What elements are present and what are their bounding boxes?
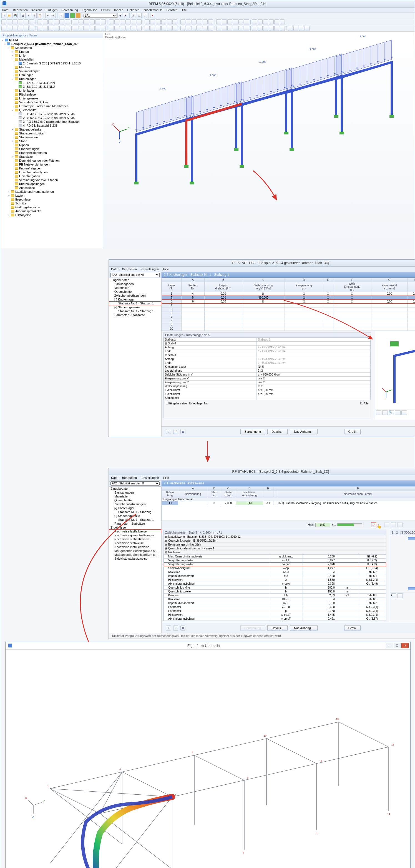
tree-item[interactable]: 1: IS 300/150/12/12/4; Baustahl S 235	[0, 112, 103, 116]
toolbar-icon-tool-row-2-29[interactable]	[172, 20, 178, 25]
tool-copy-icon[interactable]: ⎘	[32, 13, 37, 18]
dlg-tree-item[interactable]: Stabsatz Nr. 1 - Stabzug 1	[109, 518, 161, 522]
toolbar-icon-tool-row-3-4[interactable]	[24, 26, 29, 31]
dlg2-menu[interactable]: DateiBearbeitenEinstellungenHilfe	[109, 475, 415, 480]
dlg2-doc-icon[interactable]: 📄	[173, 625, 178, 630]
tool-undo-icon[interactable]: ↶	[45, 13, 50, 18]
toolbar-icon-tool-row-3-9[interactable]	[54, 26, 59, 31]
toolbar-icon-tool-row-3-1[interactable]	[7, 26, 12, 31]
toolbar-icon-tool-row-2-45[interactable]	[269, 20, 274, 25]
menu-ansicht[interactable]: Ansicht	[32, 8, 42, 12]
tree-item[interactable]: +Stäbe	[0, 139, 103, 143]
toolbar-icon-tool-row-3-20[interactable]	[120, 26, 125, 31]
dlg2-eigenform-button[interactable]: 📈	[371, 522, 376, 527]
toolbar-icon-tool-row-2-32[interactable]	[192, 20, 196, 25]
tool-help-icon[interactable]: ?	[142, 13, 147, 18]
toolbar-icon-tool-row-2-22[interactable]	[131, 20, 136, 25]
tool-calc-icon[interactable]: ∑	[59, 13, 64, 18]
tool-opt2-icon[interactable]: ⬚	[136, 13, 141, 18]
tree-item[interactable]: Verbindung von zwei Stäben	[0, 178, 103, 182]
zwi-row[interactable]: Parameterβ0,7506.3.2.3(1)	[164, 609, 386, 613]
zwi-row[interactable]: Schlankheitsgradλ̄-op1,277Gl. (6.64)	[164, 566, 386, 570]
toolbar-icon-tool-row-2-18[interactable]	[109, 20, 114, 25]
toolbar-icon-tool-row-2-16[interactable]	[95, 20, 100, 25]
toolbar-icon-tool-row-2-39[interactable]	[233, 20, 238, 25]
tree-item[interactable]: Ergebnisse	[0, 197, 103, 202]
dlg2-tool-b-icon[interactable]	[384, 522, 389, 527]
toolbar-icon-tool-row-3-24[interactable]	[145, 26, 150, 31]
tree-item[interactable]: Flächen	[0, 65, 103, 69]
menu-zusatzmodule[interactable]: Zusatzmodule	[143, 8, 163, 12]
toolbar-icon-tool-row-2-0[interactable]	[1, 20, 6, 25]
toolbar-icon-tool-row-3-32[interactable]	[192, 26, 196, 31]
zwi-row[interactable]: HilfsbeiwertΦ1,5806.3.1.2(1)	[164, 578, 386, 582]
tree-item[interactable]: -Knotenlager	[0, 77, 103, 81]
zwi-row[interactable]: HilfsbeiwertΦ-op,LT1,4456.3.2.3(1)	[164, 613, 386, 617]
zwi-group[interactable]: ⊞ Querschnittsklassifizierung - Klasse 1	[163, 547, 386, 551]
tree-item[interactable]: Stabteilungen	[0, 135, 103, 139]
toolbar-icon-tool-row-2-41[interactable]	[244, 20, 249, 25]
toolbar-icon-tool-row-3-23[interactable]	[136, 26, 141, 31]
support-row-empty[interactable]: 4	[162, 304, 415, 308]
dlg-tree-item[interactable]: Materialien	[109, 286, 161, 290]
dlg2-intermediate-table[interactable]: Max. Querschnittsnachweisη-ult,k,max0,25…	[163, 554, 386, 621]
toolbar-icon-tool-row-2-38[interactable]	[227, 20, 232, 25]
dlg-tree-item[interactable]: Nachweise stabweise	[109, 541, 161, 545]
toolbar-icon-tool-row-3-39[interactable]	[233, 26, 238, 31]
toolbar-icon-tool-row-2-43[interactable]	[258, 20, 263, 25]
preview-tool-2-icon[interactable]	[382, 410, 388, 415]
dlg1-preview-3d[interactable]: z' 🔍	[375, 331, 415, 420]
toolbar-icon-tool-row-2-15[interactable]	[90, 20, 95, 25]
loadcase-combo[interactable]: LF1	[84, 13, 117, 18]
tree-item[interactable]: Volumenkörper	[0, 69, 103, 73]
toolbar-icon-tool-row-2-46[interactable]	[274, 20, 279, 25]
menu-fenster[interactable]: Fenster	[166, 8, 177, 12]
dlg2-help-icon[interactable]: ?	[166, 625, 171, 630]
toolbar-icon-tool-row-2-2[interactable]	[12, 20, 18, 25]
zwi-row[interactable]: Vergrößerungsfaktorα-ult,k3,8776.3.4(2)	[164, 559, 386, 562]
preview-tool-3-icon[interactable]	[395, 410, 401, 415]
toolbar-icon-tool-row-3-49[interactable]	[293, 26, 298, 31]
support-row-empty[interactable]: 10	[162, 327, 415, 331]
toolbar-icon-tool-row-2-44[interactable]	[263, 20, 268, 25]
dlg1-preview-toolbar[interactable]: 🔍	[375, 409, 415, 416]
tree-item[interactable]: Stabnichtlinearitäten	[0, 151, 103, 155]
toolbar-icon-tool-row-3-27[interactable]	[161, 26, 166, 31]
tree-item[interactable]: Öffnungen	[0, 73, 103, 77]
support-row[interactable]: 250,00850,000☑☐☐	[162, 296, 415, 300]
support-row-empty[interactable]: 5	[162, 308, 415, 311]
preview-tool-zoom-icon[interactable]: 🔍	[389, 410, 394, 415]
tree-item[interactable]: Durchdringungen der Flächen	[0, 159, 103, 162]
tree-item[interactable]: Stabbettungen	[0, 147, 103, 151]
support-row-empty[interactable]: 8	[162, 319, 415, 323]
toolbar-icon-tool-row-3-30[interactable]	[181, 26, 185, 31]
tree-item[interactable]: Anschlüsse	[0, 186, 103, 190]
toolbar-icon-tool-row-2-4[interactable]	[24, 20, 29, 25]
tool-prev-icon[interactable]: ◀	[118, 13, 122, 18]
dlg-tree-item[interactable]: Nachweise x-stellenweise	[109, 545, 161, 549]
tree-item[interactable]: 4: RD 24; Baustahl S 235	[0, 124, 103, 127]
tree-item[interactable]: Schnitte	[0, 202, 103, 205]
toolbar-icon-tool-row-2-7[interactable]	[43, 20, 48, 25]
toolbar-icon-tool-row-3-42[interactable]	[252, 26, 257, 31]
menu-optionen[interactable]: Optionen	[127, 8, 140, 12]
dlg2-tool-d-icon[interactable]	[397, 522, 403, 527]
tool-red-icon[interactable]: ●	[150, 13, 155, 18]
tree-item[interactable]: 3: 3,6,9,12,15; JJJ NNJ	[0, 85, 103, 89]
dlg-tree-item[interactable]: Parameter - Stabsätze	[109, 522, 161, 526]
toolbar-icon-tool-row-3-0[interactable]	[1, 26, 6, 31]
tree-root[interactable]: -RFEM	[0, 38, 103, 42]
tree-item[interactable]: -Querschnitte	[0, 108, 103, 112]
toolbar-icon-tool-row-3-21[interactable]	[125, 26, 130, 31]
toolbar-icon-tool-row-3-46[interactable]	[274, 26, 279, 31]
toolbar-icon-tool-row-3-45[interactable]	[269, 26, 274, 31]
dlg2-excel-icon[interactable]: ▦	[181, 625, 185, 630]
menu-datei[interactable]: Datei	[2, 8, 9, 12]
toolbar-icon-tool-row-2-20[interactable]	[120, 20, 125, 25]
tree-item[interactable]: Orthotrope Flächen und Membranen	[0, 104, 103, 108]
toolbar-icon-tool-row-2-10[interactable]	[59, 20, 64, 25]
dlg1-excel-icon[interactable]: ▦	[181, 429, 185, 434]
tool-print-icon[interactable]: 🖨	[21, 13, 26, 18]
support-row[interactable]: 360,00☑☑☐☐0,000,00	[162, 300, 415, 304]
eigen-max-button[interactable]: ☐	[394, 643, 401, 648]
